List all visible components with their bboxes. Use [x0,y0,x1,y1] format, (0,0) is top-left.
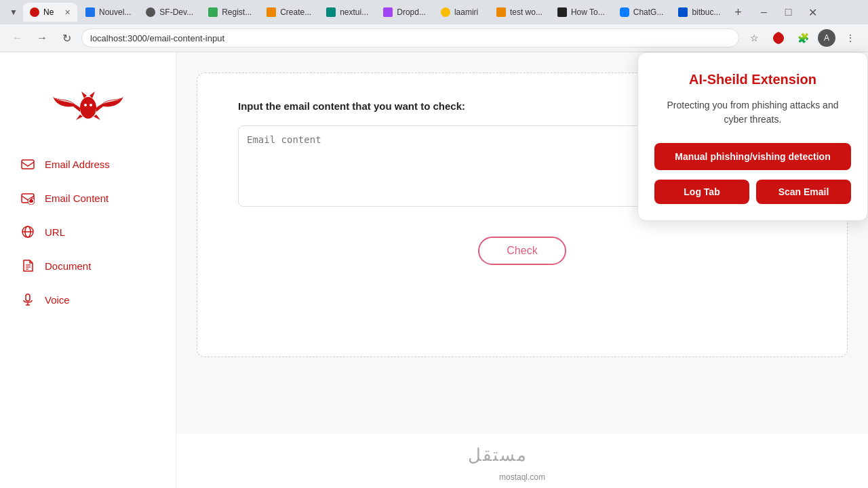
tab-label-7: Dropd... [397,7,426,17]
url-text: localhost:3000/email-content-input [90,33,717,43]
sidebar-nav: Email Address Email Content [0,147,176,317]
tab-3[interactable]: SF-Dev... [139,3,200,22]
extensions-button[interactable]: 🧩 [793,28,812,47]
tab-favicon-9 [496,7,506,17]
tab-label-10: How To... [571,7,605,17]
email-shield-icon [20,190,35,205]
svg-point-1 [84,104,87,106]
tab-label-2: Nouvel... [99,7,131,17]
tab-9[interactable]: test wo... [490,3,549,22]
tab-favicon-3 [146,7,155,17]
sidebar-label-email-content: Email Content [45,192,108,204]
window-controls: – □ ✕ [754,3,822,22]
footer-logo-arabic: مستقل [461,441,583,472]
tab-favicon-2 [85,7,95,17]
svg-rect-3 [22,160,34,169]
log-tab-button[interactable]: Log Tab [654,180,749,204]
envelope-icon [20,157,35,171]
footer: مستقل mostaql.com [176,434,868,488]
brand-bat-logo [47,73,129,127]
tab-favicon-11 [620,7,629,17]
tab-favicon-8 [441,7,450,17]
back-button[interactable]: ← [8,28,27,47]
tab-7[interactable]: Dropd... [376,3,433,22]
tab-2[interactable]: Nouvel... [79,3,138,22]
mostaql-logo: مستقل [461,441,583,468]
sidebar-label-voice: Voice [45,294,70,306]
tab-label-6: nextui... [340,7,368,17]
check-button[interactable]: Check [478,237,566,265]
close-button[interactable]: ✕ [803,3,822,22]
maximize-button[interactable]: □ [778,3,797,22]
address-bar: ← → ↻ localhost:3000/email-content-input… [0,24,868,52]
microphone-icon [20,292,35,307]
page-container: Email Address Email Content [0,52,868,488]
tab-5[interactable]: Create... [260,3,318,22]
popup-title: AI-Sheild Extension [654,72,851,87]
tab-favicon-10 [557,7,567,17]
reload-button[interactable]: ↻ [57,28,76,47]
tab-label-8: laamiri [454,7,478,17]
popup-btn-row: Log Tab Scan Email [654,180,851,204]
tab-favicon-7 [383,7,393,17]
svg-text:مستقل: مستقل [468,445,528,465]
tab-favicon-5 [267,7,276,17]
tab-favicon-12 [678,7,688,17]
file-icon [20,258,35,273]
tab-bar: ▼ Ne ✕ Nouvel... SF-Dev... Regist... Cre… [0,0,868,24]
tab-label-9: test wo... [510,7,542,17]
footer-url: mostaql.com [499,472,545,482]
tab-active[interactable]: Ne ✕ [23,3,77,22]
extension-popup: AI-Sheild Extension Protecting you from … [637,52,868,221]
tab-12[interactable]: bitbuc... [671,3,727,22]
tab-6[interactable]: nextui... [319,3,375,22]
tab-label-1: Ne [43,7,54,17]
tab-label-4: Regist... [222,7,252,17]
svg-rect-12 [26,294,30,301]
tab-scroll-left[interactable]: ▼ [5,4,22,20]
check-btn-container: Check [238,237,806,265]
minimize-button[interactable]: – [754,3,773,22]
ai-shield-extension-icon[interactable] [769,28,788,47]
sidebar-item-voice[interactable]: Voice [0,283,176,317]
tab-label-12: bitbuc... [692,7,720,17]
tab-8[interactable]: laamiri [434,3,488,22]
new-tab-button[interactable]: + [728,3,747,22]
tab-label-3: SF-Dev... [159,7,193,17]
sidebar-item-email-address[interactable]: Email Address [0,147,176,181]
sidebar-item-url[interactable]: URL [0,215,176,249]
sidebar: Email Address Email Content [0,52,176,488]
browser-chrome: ▼ Ne ✕ Nouvel... SF-Dev... Regist... Cre… [0,0,868,52]
sidebar-item-email-content[interactable]: Email Content [0,181,176,215]
svg-point-0 [80,97,96,119]
tab-close-1[interactable]: ✕ [64,8,71,17]
sidebar-label-url: URL [45,226,65,238]
tab-favicon-1 [30,7,39,17]
sidebar-item-document[interactable]: Document [0,249,176,283]
profile-icon[interactable]: A [818,29,835,47]
manual-detection-button[interactable]: Manual phishing/vishing detection [654,143,851,170]
menu-button[interactable]: ⋮ [841,28,860,47]
globe-icon [20,224,35,239]
bookmark-button[interactable]: ☆ [745,28,764,47]
forward-button[interactable]: → [33,28,52,47]
sidebar-label-email-address: Email Address [45,159,110,170]
scan-email-button[interactable]: Scan Email [756,180,851,204]
tab-4[interactable]: Regist... [201,3,258,22]
svg-point-2 [90,104,92,106]
url-bar[interactable]: localhost:3000/email-content-input [81,28,739,47]
sidebar-logo [0,66,176,147]
tab-label-11: ChatG... [633,7,664,17]
sidebar-label-document: Document [45,260,91,272]
tab-label-5: Create... [280,7,311,17]
tab-favicon-6 [326,7,336,17]
popup-description: Protecting you from phishing attacks and… [654,98,851,127]
tab-favicon-4 [208,7,218,17]
tab-11[interactable]: ChatG... [613,3,671,22]
tab-10[interactable]: How To... [551,3,612,22]
main-content: Input the email content that you want to… [176,52,868,488]
